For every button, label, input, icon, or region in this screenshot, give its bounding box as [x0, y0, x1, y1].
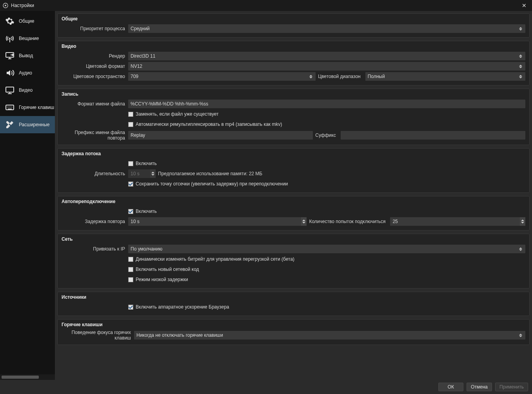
- new-network-code-checkbox[interactable]: Включить новый сетевой код: [128, 267, 199, 272]
- window-title: Настройки: [11, 3, 34, 8]
- group-sources: Источники Включить аппаратное ускорение …: [57, 292, 530, 316]
- gear-icon: [5, 16, 15, 26]
- browser-hw-accel-checkbox[interactable]: Включить аппаратное ускорение Браузера: [128, 304, 229, 310]
- checkbox-icon: [128, 267, 133, 272]
- replay-prefix-input[interactable]: Replay: [128, 131, 313, 140]
- svg-point-2: [9, 38, 11, 39]
- color-space-dropdown[interactable]: 709: [128, 72, 316, 81]
- sidebar-item-label: Аудио: [19, 70, 32, 76]
- close-button[interactable]: ✕: [519, 2, 530, 9]
- max-retries-spinner[interactable]: 25: [390, 217, 525, 226]
- group-video: Видео Рендер Direct3D 11 Цветовой формат…: [57, 41, 530, 85]
- process-priority-label: Приоритет процесса: [62, 26, 128, 31]
- spinner-arrows-icon: [301, 217, 307, 226]
- sidebar-item-advanced[interactable]: Расширенные: [0, 116, 55, 133]
- chevron-updown-icon: [518, 245, 523, 252]
- checkbox-icon: [128, 122, 133, 127]
- checkbox-icon: [128, 161, 133, 166]
- remux-mp4-checkbox[interactable]: Автоматически ремультиплексировать в mp4…: [128, 122, 282, 127]
- chevron-updown-icon: [518, 25, 523, 32]
- bind-ip-label: Привязать к IP: [62, 246, 128, 252]
- keyboard-icon: [5, 102, 15, 113]
- reconnect-delay-label: Задержка повтора: [62, 219, 128, 224]
- filename-format-input[interactable]: %CCYY-%MM-%DD %hh-%mm-%ss: [128, 100, 525, 108]
- sidebar-item-stream[interactable]: Вещание: [0, 30, 55, 47]
- group-hotkeys: Горячие клавиши Поведение фокуса горячих…: [57, 319, 530, 345]
- stream-delay-enable-checkbox[interactable]: Включить: [128, 161, 157, 166]
- sidebar-item-label: Расширенные: [19, 122, 50, 127]
- cancel-button[interactable]: Отмена: [467, 383, 492, 391]
- checkbox-icon: [128, 277, 133, 282]
- color-format-dropdown[interactable]: NV12: [128, 62, 525, 71]
- settings-content: Общие Приоритет процесса Средний Видео Р…: [55, 11, 532, 380]
- group-title: Сеть: [62, 236, 525, 242]
- antenna-icon: [5, 33, 15, 44]
- speaker-icon: [5, 68, 15, 78]
- stream-delay-duration-spinner[interactable]: 10 s: [128, 169, 156, 178]
- monitor-icon: [5, 85, 15, 95]
- sidebar-item-label: Вывод: [19, 53, 33, 58]
- color-space-label: Цветовое пространство: [62, 74, 128, 79]
- preserve-cutoff-checkbox[interactable]: Сохранить точку отсечки (увеличить задер…: [128, 181, 288, 187]
- renderer-label: Рендер: [62, 53, 128, 59]
- checkbox-icon: [128, 257, 133, 262]
- sidebar-item-output[interactable]: Вывод: [0, 47, 55, 64]
- chevron-updown-icon: [518, 53, 523, 60]
- chevron-updown-icon: [518, 63, 523, 70]
- tools-icon: [5, 120, 15, 130]
- apply-button[interactable]: Применить: [495, 383, 528, 391]
- group-recording: Запись Формат имени файла %CCYY-%MM-%DD …: [57, 89, 530, 145]
- replay-prefix-label: Префикс имени файла повтора: [62, 130, 128, 141]
- group-title: Источники: [62, 294, 525, 300]
- sidebar-item-label: Общие: [19, 18, 34, 24]
- group-title: Общие: [62, 16, 525, 22]
- checkbox-icon: [128, 209, 133, 214]
- checkbox-icon: [128, 305, 133, 310]
- reconnect-enable-checkbox[interactable]: Включить: [128, 209, 157, 214]
- sidebar-item-label: Вещание: [19, 36, 39, 41]
- chevron-updown-icon: [518, 332, 523, 339]
- dynamic-bitrate-checkbox[interactable]: Динамически изменять битрейт для управле…: [128, 256, 294, 262]
- titlebar: Настройки ✕: [0, 0, 532, 11]
- process-priority-dropdown[interactable]: Средний: [128, 24, 525, 33]
- replay-suffix-input[interactable]: [341, 131, 525, 140]
- ok-button[interactable]: ОК: [438, 383, 463, 391]
- overwrite-checkbox[interactable]: Заменять, если файл уже существует: [128, 111, 219, 117]
- hotkey-focus-label: Поведение фокуса горячих клавиш: [62, 330, 134, 341]
- group-title: Видео: [62, 44, 525, 49]
- settings-sidebar: Общие Вещание Вывод Аудио Видео Горячие …: [0, 11, 55, 380]
- color-range-dropdown[interactable]: Полный: [365, 72, 525, 81]
- monitor-arrow-icon: [5, 51, 15, 61]
- app-icon: [2, 2, 9, 9]
- checkbox-icon: [128, 182, 133, 187]
- bind-ip-dropdown[interactable]: По умолчанию: [128, 245, 525, 253]
- sidebar-item-hotkeys[interactable]: Горячие клавиш: [0, 99, 55, 116]
- group-title: Запись: [62, 91, 525, 97]
- max-retries-label: Количество попыток подключиться: [309, 219, 388, 224]
- svg-point-1: [5, 5, 6, 6]
- replay-suffix-label: Суффикс: [315, 133, 338, 138]
- checkbox-icon: [128, 112, 133, 117]
- filename-format-label: Формат имени файла: [62, 101, 128, 107]
- sidebar-item-label: Горячие клавиш: [19, 105, 54, 110]
- sidebar-item-video[interactable]: Видео: [0, 82, 55, 99]
- sidebar-item-label: Видео: [19, 87, 33, 93]
- group-general: Общие Приоритет процесса Средний: [57, 13, 530, 38]
- chevron-updown-icon: [518, 73, 523, 80]
- sidebar-h-scrollbar[interactable]: [0, 374, 55, 380]
- group-title: Автопереподключение: [62, 199, 525, 204]
- color-format-label: Цветовой формат: [62, 64, 128, 69]
- group-title: Горячие клавиши: [62, 322, 525, 327]
- group-network: Сеть Привязать к IP По умолчанию Динамич…: [57, 234, 530, 289]
- renderer-dropdown[interactable]: Direct3D 11: [128, 52, 525, 60]
- memory-hint-label: Предполагаемое использование памяти: 22 …: [158, 171, 265, 176]
- sidebar-item-general[interactable]: Общие: [0, 13, 55, 30]
- spinner-arrows-icon: [150, 169, 156, 178]
- svg-rect-4: [6, 87, 14, 92]
- group-stream-delay: Задержка потока Включить Длительность 10…: [57, 148, 530, 193]
- reconnect-delay-spinner[interactable]: 10 s: [128, 217, 307, 226]
- sidebar-item-audio[interactable]: Аудио: [0, 64, 55, 82]
- hotkey-focus-dropdown[interactable]: Никогда не отключать горячие клавиши: [134, 331, 525, 340]
- low-latency-checkbox[interactable]: Режим низкой задержки: [128, 277, 188, 282]
- group-reconnect: Автопереподключение Включить Задержка по…: [57, 196, 530, 231]
